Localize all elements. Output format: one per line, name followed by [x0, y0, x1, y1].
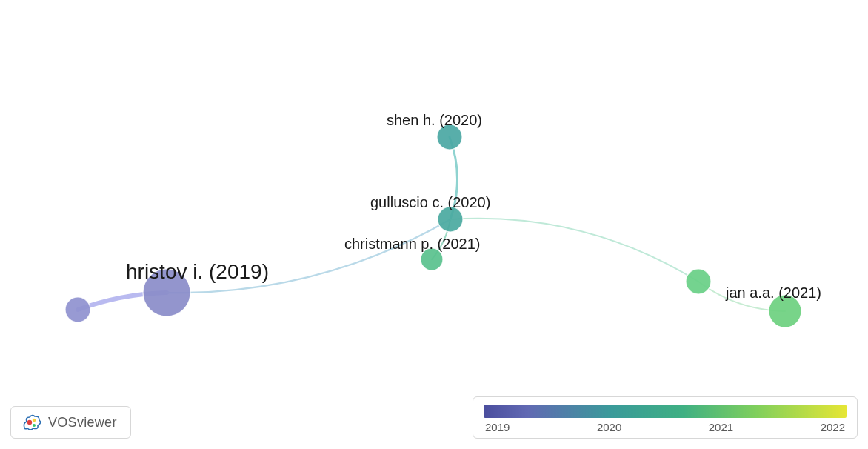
legend-tick: 2021 [709, 421, 733, 433]
node-label: shen h. (2020) [387, 112, 482, 129]
vosviewer-icon [21, 413, 42, 432]
legend-gradient [484, 405, 847, 418]
node-label: jan a.a. (2021) [726, 285, 821, 302]
node-label: christmann p. (2021) [344, 236, 480, 253]
legend-tick: 2019 [485, 421, 510, 433]
svg-point-0 [27, 420, 32, 425]
legend-tick: 2022 [821, 421, 845, 433]
color-legend: 2019 2020 2021 2022 [473, 396, 858, 439]
svg-point-1 [33, 419, 36, 422]
node-label: gulluscio c. (2020) [370, 194, 490, 211]
brand-logo[interactable]: VOSviewer [10, 406, 131, 439]
svg-point-2 [33, 424, 36, 427]
legend-ticks: 2019 2020 2021 2022 [484, 421, 847, 433]
brand-label: VOSviewer [48, 415, 117, 430]
labels-layer: hristov i. (2019)shen h. (2020)gulluscio… [0, 0, 868, 449]
node-label: hristov i. (2019) [126, 260, 269, 284]
legend-tick: 2020 [597, 421, 621, 433]
